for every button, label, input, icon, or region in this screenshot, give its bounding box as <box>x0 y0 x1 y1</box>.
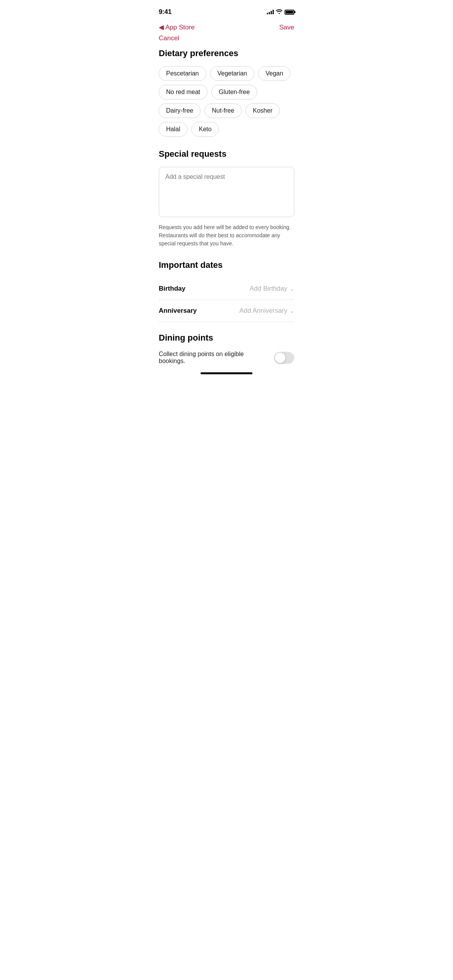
chip-nut-free[interactable]: Nut-free <box>204 103 242 118</box>
anniversary-row[interactable]: Anniversary Add Anniversary ⌄ <box>159 300 294 322</box>
anniversary-value: Add Anniversary <box>239 307 287 315</box>
anniversary-label: Anniversary <box>159 307 197 315</box>
save-button[interactable]: Save <box>279 24 294 31</box>
signal-icon <box>267 10 274 14</box>
chip-vegetarian[interactable]: Vegetarian <box>210 66 255 81</box>
anniversary-value-container: Add Anniversary ⌄ <box>239 307 294 315</box>
dining-points-row: Collect dining points on eligible bookin… <box>159 351 294 365</box>
dining-points-title: Dining points <box>159 333 294 343</box>
chip-gluten-free[interactable]: Gluten-free <box>211 85 257 99</box>
special-requests-hint: Requests you add here will be added to e… <box>159 223 294 248</box>
chip-keto[interactable]: Keto <box>191 122 219 137</box>
back-button[interactable]: ◀ App Store <box>159 23 195 31</box>
important-dates-section: Important dates Birthday Add Birthday ⌄ … <box>159 260 294 322</box>
birthday-row[interactable]: Birthday Add Birthday ⌄ <box>159 278 294 300</box>
chip-vegan[interactable]: Vegan <box>258 66 290 81</box>
status-bar: 9:41 <box>151 0 302 19</box>
home-bar <box>201 372 252 374</box>
birthday-label: Birthday <box>159 285 185 293</box>
nav-bar: ◀ App Store Save <box>151 19 302 34</box>
special-requests-input[interactable] <box>159 167 294 217</box>
important-dates-title: Important dates <box>159 260 294 270</box>
cancel-button[interactable]: Cancel <box>159 34 179 42</box>
dining-points-section: Dining points Collect dining points on e… <box>159 333 294 365</box>
birthday-value-container: Add Birthday ⌄ <box>250 285 294 293</box>
dining-points-toggle[interactable] <box>274 352 294 364</box>
birthday-value: Add Birthday <box>250 285 287 293</box>
status-icons <box>267 9 294 15</box>
page-content: Cancel Dietary preferences Pescetarian V… <box>151 34 302 365</box>
wifi-icon <box>276 9 282 15</box>
dietary-chips-container: Pescetarian Vegetarian Vegan No red meat… <box>159 66 294 137</box>
toggle-knob <box>275 353 285 363</box>
chip-dairy-free[interactable]: Dairy-free <box>159 103 201 118</box>
back-arrow-icon: ◀ <box>159 23 164 31</box>
dietary-preferences-section: Dietary preferences Pescetarian Vegetari… <box>159 48 294 137</box>
dining-points-description: Collect dining points on eligible bookin… <box>159 351 274 365</box>
home-indicator <box>151 365 302 377</box>
birthday-chevron-icon: ⌄ <box>290 286 294 292</box>
chip-pescetarian[interactable]: Pescetarian <box>159 66 206 81</box>
battery-icon <box>285 10 294 15</box>
anniversary-chevron-icon: ⌄ <box>290 308 294 314</box>
special-requests-section: Special requests Requests you add here w… <box>159 149 294 248</box>
back-label: App Store <box>165 24 195 31</box>
chip-kosher[interactable]: Kosher <box>245 103 280 118</box>
chip-halal[interactable]: Halal <box>159 122 187 137</box>
chip-no-red-meat[interactable]: No red meat <box>159 85 208 99</box>
dietary-preferences-title: Dietary preferences <box>159 48 294 58</box>
special-requests-title: Special requests <box>159 149 294 159</box>
status-time: 9:41 <box>159 8 172 16</box>
